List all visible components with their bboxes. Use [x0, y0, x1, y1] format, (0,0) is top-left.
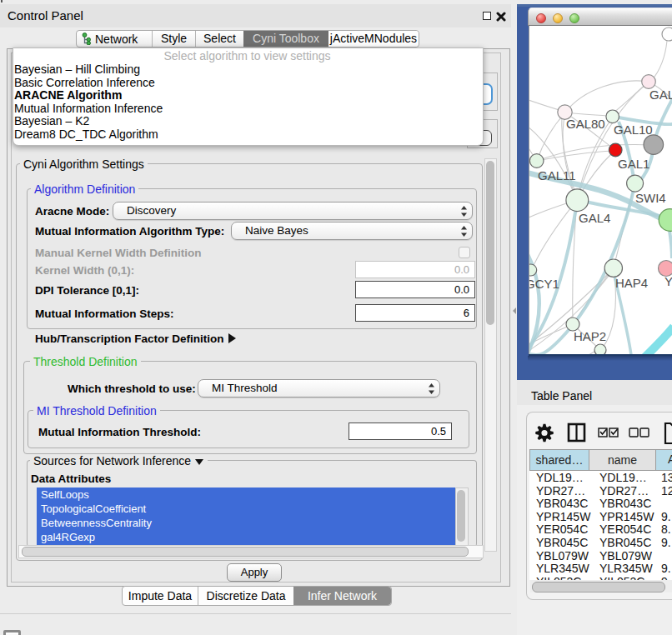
svg-text:Y: Y — [664, 274, 672, 288]
svg-text:GAL4: GAL4 — [579, 211, 610, 225]
svg-text:HAP2: HAP2 — [574, 329, 606, 343]
svg-text:GAL1: GAL1 — [618, 157, 649, 171]
svg-text:GAL11: GAL11 — [538, 168, 576, 182]
svg-text:GCY1: GCY1 — [529, 277, 559, 291]
svg-text:GAL80: GAL80 — [566, 117, 605, 131]
svg-text:SWI4: SWI4 — [635, 191, 666, 205]
svg-text:GAL10: GAL10 — [614, 122, 653, 137]
svg-text:GAL: GAL — [649, 88, 672, 102]
svg-text:HAP4: HAP4 — [615, 276, 648, 290]
